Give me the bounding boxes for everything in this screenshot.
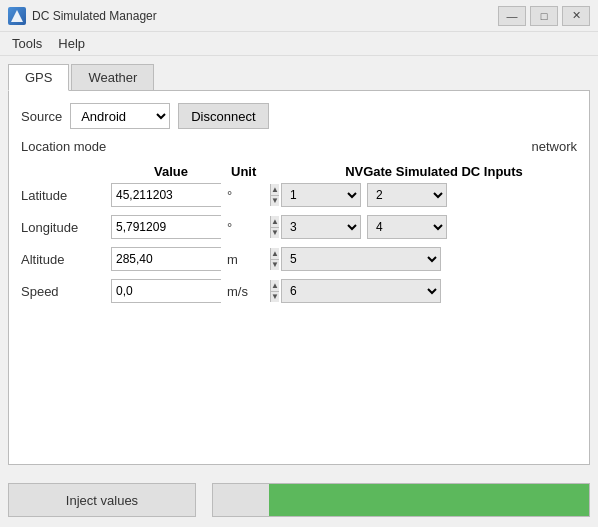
unit-header: Unit: [231, 164, 291, 179]
longitude-spin-up[interactable]: ▲: [271, 216, 279, 228]
altitude-nvgate: 512346: [281, 247, 441, 271]
speed-spin-up[interactable]: ▲: [271, 280, 279, 292]
progress-bar-fill: [269, 484, 589, 516]
latitude-spin-down[interactable]: ▼: [271, 196, 279, 207]
title-bar-controls: — □ ✕: [498, 6, 590, 26]
speed-nvgate-select1[interactable]: 612345: [281, 279, 441, 303]
param-header: [21, 164, 111, 179]
maximize-button[interactable]: □: [530, 6, 558, 26]
speed-spin-down[interactable]: ▼: [271, 292, 279, 303]
inject-button[interactable]: Inject values: [8, 483, 196, 517]
latitude-nvgate: 123456 213456: [281, 183, 447, 207]
altitude-row: Altitude ▲ ▼ m 512346: [21, 247, 577, 271]
source-label: Source: [21, 109, 62, 124]
disconnect-button[interactable]: Disconnect: [178, 103, 268, 129]
location-mode-label: Location mode: [21, 139, 106, 154]
longitude-spinner: ▲ ▼: [270, 216, 279, 238]
longitude-nvgate-select2[interactable]: 412356: [367, 215, 447, 239]
source-select[interactable]: Android File Network: [70, 103, 170, 129]
longitude-spin-down[interactable]: ▼: [271, 228, 279, 239]
nvgate-header: NVGate Simulated DC Inputs: [291, 164, 577, 179]
altitude-nvgate-select1[interactable]: 512346: [281, 247, 441, 271]
table-header: Value Unit NVGate Simulated DC Inputs: [21, 164, 577, 179]
tab-gps[interactable]: GPS: [8, 64, 69, 91]
minimize-button[interactable]: —: [498, 6, 526, 26]
altitude-label: Altitude: [21, 252, 111, 267]
latitude-row: Latitude ▲ ▼ ° 123456 213456: [21, 183, 577, 207]
latitude-spinner: ▲ ▼: [270, 184, 279, 206]
mode-row: Location mode network: [21, 139, 577, 154]
svg-marker-0: [11, 10, 23, 22]
tab-weather[interactable]: Weather: [71, 64, 154, 90]
tab-bar: GPS Weather: [8, 64, 590, 90]
network-label: network: [531, 139, 577, 154]
speed-input-wrap: ▲ ▼: [111, 279, 221, 303]
latitude-label: Latitude: [21, 188, 111, 203]
main-panel: Source Android File Network Disconnect L…: [8, 90, 590, 465]
speed-row: Speed ▲ ▼ m/s 612345: [21, 279, 577, 303]
latitude-unit: °: [221, 188, 261, 203]
window-content: GPS Weather Source Android File Network …: [0, 56, 598, 473]
latitude-nvgate-select1[interactable]: 123456: [281, 183, 361, 207]
altitude-spinner: ▲ ▼: [270, 248, 279, 270]
speed-unit: m/s: [221, 284, 261, 299]
longitude-nvgate: 312456 412356: [281, 215, 447, 239]
source-row: Source Android File Network Disconnect: [21, 103, 577, 129]
latitude-nvgate-select2[interactable]: 213456: [367, 183, 447, 207]
longitude-row: Longitude ▲ ▼ ° 312456 412356: [21, 215, 577, 239]
menu-bar: Tools Help: [0, 32, 598, 56]
longitude-input-wrap: ▲ ▼: [111, 215, 221, 239]
progress-bar: [212, 483, 590, 517]
speed-spinner: ▲ ▼: [270, 280, 279, 302]
app-icon: [8, 7, 26, 25]
longitude-label: Longitude: [21, 220, 111, 235]
latitude-spin-up[interactable]: ▲: [271, 184, 279, 196]
menu-tools[interactable]: Tools: [4, 34, 50, 53]
menu-help[interactable]: Help: [50, 34, 93, 53]
window-title: DC Simulated Manager: [32, 9, 498, 23]
altitude-spin-down[interactable]: ▼: [271, 260, 279, 271]
altitude-unit: m: [221, 252, 261, 267]
title-bar: DC Simulated Manager — □ ✕: [0, 0, 598, 32]
speed-nvgate: 612345: [281, 279, 441, 303]
longitude-unit: °: [221, 220, 261, 235]
bottom-bar: Inject values: [0, 473, 598, 527]
latitude-input-wrap: ▲ ▼: [111, 183, 221, 207]
speed-label: Speed: [21, 284, 111, 299]
altitude-input-wrap: ▲ ▼: [111, 247, 221, 271]
altitude-spin-up[interactable]: ▲: [271, 248, 279, 260]
value-header: Value: [111, 164, 231, 179]
longitude-nvgate-select1[interactable]: 312456: [281, 215, 361, 239]
close-button[interactable]: ✕: [562, 6, 590, 26]
